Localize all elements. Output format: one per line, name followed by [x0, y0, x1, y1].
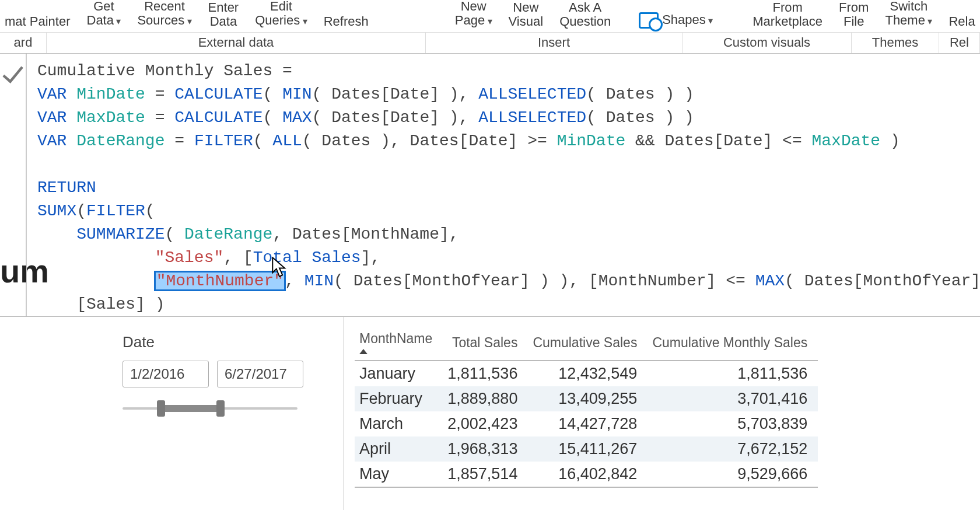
ribbon-group-insert: Insert — [426, 33, 682, 53]
cell-month: January — [355, 361, 443, 386]
from-marketplace-label-1: From — [773, 1, 803, 15]
cell-cumulative-sales: 15,411,267 — [528, 436, 648, 462]
table-row[interactable]: January1,811,53612,432,5491,811,536 — [355, 361, 818, 386]
slicer-end-input[interactable] — [217, 361, 303, 387]
cell-month: March — [355, 411, 443, 436]
shapes-icon — [639, 12, 659, 29]
format-painter-label-2: mat Painter — [5, 15, 71, 29]
get-data-label-2: Data — [87, 13, 121, 29]
cell-month: February — [355, 386, 443, 411]
format-painter-button[interactable]: mat Painter — [5, 15, 79, 32]
col-header[interactable]: Total Sales — [443, 327, 528, 361]
from-marketplace-label-2: Marketplace — [752, 15, 822, 29]
refresh-button[interactable]: Refresh — [316, 15, 377, 32]
switch-theme-label-1: Switch — [890, 0, 928, 13]
switch-theme-button[interactable]: SwitchTheme — [877, 0, 940, 32]
slicer-title: Date — [123, 333, 344, 351]
cell-month: April — [355, 436, 443, 462]
table-row[interactable]: February1,889,88013,409,2553,701,416 — [355, 386, 818, 411]
slicer-slider[interactable] — [123, 400, 298, 417]
get-data-button[interactable]: GetData — [79, 0, 130, 32]
col-header[interactable]: Cumulative Sales — [528, 327, 648, 361]
table-row[interactable]: April1,968,31315,411,2677,672,152 — [355, 436, 818, 462]
new-visual-label-2: Visual — [509, 15, 544, 29]
cell-cumulative-monthly: 5,703,839 — [648, 411, 818, 436]
enter-data-label-2: Data — [210, 15, 237, 29]
relationships-button[interactable]: Rela — [940, 15, 980, 32]
cell-cumulative-sales: 13,409,255 — [528, 386, 648, 411]
cell-cumulative-monthly: 7,672,152 — [648, 436, 818, 462]
slider-range[interactable] — [161, 405, 220, 412]
cell-cumulative-monthly: 3,701,416 — [648, 386, 818, 411]
ribbon-group-relationships: Rel — [939, 33, 980, 53]
col-header[interactable]: MonthName — [355, 327, 443, 361]
edit-queries-label-2: Queries — [255, 13, 307, 29]
ask-question-button[interactable]: Ask AQuestion — [551, 1, 619, 32]
ribbon-group-custom-visuals: Custom visuals — [682, 33, 852, 53]
ribbon: mat PainterGetDataRecentSourcesEnterData… — [0, 0, 980, 33]
new-visual-button[interactable]: NewVisual — [501, 1, 552, 32]
recent-sources-button[interactable]: RecentSources — [129, 0, 200, 32]
from-marketplace-button[interactable]: FromMarketplace — [744, 1, 831, 32]
new-page-button[interactable]: NewPage — [447, 0, 501, 32]
shapes-label: Shapes — [662, 13, 713, 28]
formula-bar-row: um Cumulative Monthly Sales = VAR MinDat… — [0, 54, 980, 316]
cell-cumulative-sales: 14,427,728 — [528, 411, 648, 436]
mouse-cursor-icon — [272, 257, 287, 277]
table-row[interactable]: March2,002,42314,427,7285,703,839 — [355, 411, 818, 436]
slider-handle-start[interactable] — [157, 400, 165, 417]
report-canvas: Date MonthNameTotal SalesCumulative Sale… — [0, 316, 980, 510]
cell-cumulative-monthly: 9,529,666 — [648, 462, 818, 487]
cell-total-sales: 1,857,514 — [443, 462, 528, 487]
slider-handle-end[interactable] — [216, 400, 225, 417]
switch-theme-label-2: Theme — [885, 13, 932, 29]
ribbon-group-label: Themes — [872, 35, 918, 50]
ribbon-group-label: External data — [198, 35, 274, 50]
new-page-label-2: Page — [455, 13, 492, 29]
from-file-label-1: From — [839, 1, 869, 15]
ribbon-group-label: Rel — [950, 35, 969, 50]
refresh-label-2: Refresh — [324, 15, 369, 29]
new-visual-label-1: New — [513, 1, 538, 15]
commit-check-icon[interactable] — [0, 62, 26, 88]
cell-total-sales: 1,889,880 — [443, 386, 528, 411]
ribbon-group-label: ard — [14, 35, 33, 50]
cell-total-sales: 2,002,423 — [443, 411, 528, 436]
edit-queries-button[interactable]: EditQueries — [247, 0, 316, 32]
from-file-button[interactable]: FromFile — [831, 1, 877, 32]
cell-total-sales: 1,811,536 — [443, 361, 528, 386]
date-slicer[interactable]: Date — [0, 317, 344, 510]
ribbon-groups: ardExternal dataInsertCustom visualsThem… — [0, 33, 980, 54]
ribbon-group-label: Insert — [538, 35, 570, 50]
edit-queries-label-1: Edit — [270, 0, 292, 13]
enter-data-button[interactable]: EnterData — [200, 1, 247, 32]
ask-question-label-1: Ask A — [569, 1, 601, 15]
selected-text[interactable]: "MonthNumber" — [155, 272, 285, 290]
enter-data-label-1: Enter — [208, 1, 239, 15]
new-page-label-1: New — [461, 0, 487, 13]
cell-total-sales: 1,968,313 — [443, 436, 528, 462]
ribbon-group-external-data: External data — [47, 33, 426, 53]
ribbon-group-themes: Themes — [852, 33, 939, 53]
relationships-label-2: Rela — [949, 15, 975, 29]
sales-table[interactable]: MonthNameTotal SalesCumulative SalesCumu… — [355, 327, 818, 488]
cell-cumulative-monthly: 1,811,536 — [648, 361, 818, 386]
cell-month: May — [355, 462, 443, 487]
get-data-label-1: Get — [93, 0, 114, 13]
shapes-button[interactable]: Shapes — [631, 12, 721, 32]
from-file-label-2: File — [844, 15, 864, 29]
cell-cumulative-sales: 12,432,549 — [528, 361, 648, 386]
table-visual[interactable]: MonthNameTotal SalesCumulative SalesCumu… — [344, 317, 980, 510]
formula-editor[interactable]: Cumulative Monthly Sales = VAR MinDate =… — [26, 54, 980, 316]
recent-sources-label-2: Sources — [137, 13, 191, 29]
slicer-start-input[interactable] — [123, 361, 209, 387]
recent-sources-label-1: Recent — [144, 0, 185, 13]
ask-question-label-2: Question — [559, 15, 611, 29]
col-header[interactable]: Cumulative Monthly Sales — [648, 327, 818, 361]
ribbon-group-label: Custom visuals — [723, 35, 810, 50]
cell-cumulative-sales: 16,402,842 — [528, 462, 648, 487]
table-row[interactable]: May1,857,51416,402,8429,529,666 — [355, 462, 818, 487]
ribbon-group-clipboard: ard — [0, 33, 47, 53]
